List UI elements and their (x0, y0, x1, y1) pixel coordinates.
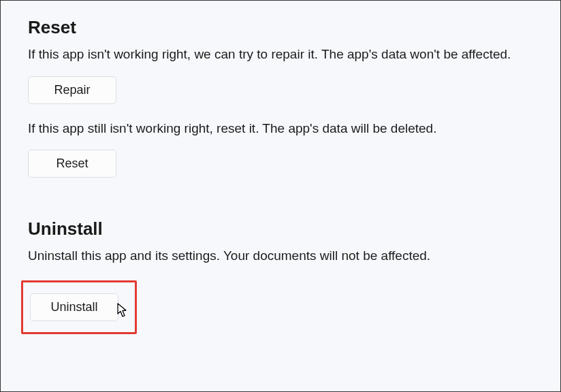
uninstall-section: Uninstall Uninstall this app and its set… (28, 218, 533, 334)
reset-button[interactable]: Reset (28, 150, 116, 178)
reset-section: Reset If this app isn't working right, w… (28, 17, 533, 178)
reset-heading: Reset (28, 17, 533, 38)
repair-description: If this app isn't working right, we can … (28, 45, 518, 64)
uninstall-button[interactable]: Uninstall (30, 293, 118, 321)
reset-description: If this app still isn't working right, r… (28, 119, 518, 138)
highlight-annotation: Uninstall (21, 280, 137, 334)
uninstall-description: Uninstall this app and its settings. You… (28, 246, 518, 265)
cursor-icon (117, 303, 129, 318)
uninstall-heading: Uninstall (28, 218, 533, 240)
repair-button[interactable]: Repair (28, 76, 116, 104)
